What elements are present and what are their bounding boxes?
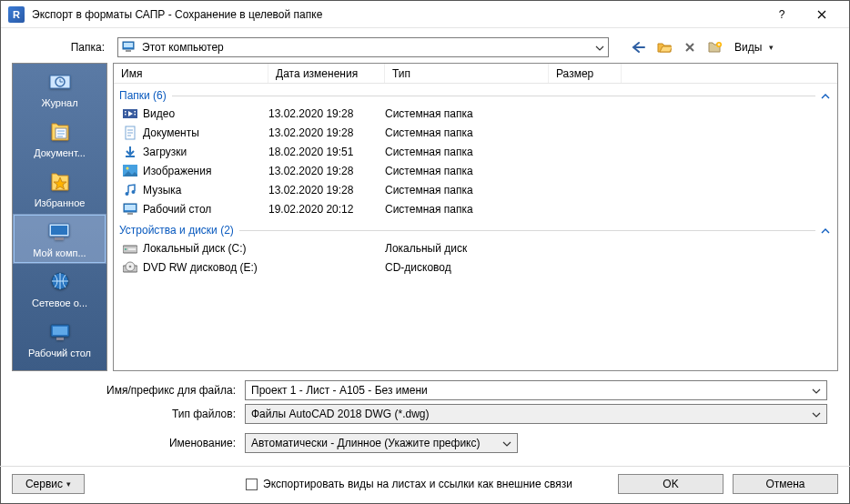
- places-item-label: Журнал: [15, 97, 105, 108]
- places-item-network[interactable]: Сетевое о...: [13, 264, 106, 314]
- drive-item[interactable]: DVD RW дисковод (E:) CD-дисковод: [119, 257, 832, 277]
- filetype-value: Файлы AutoCAD 2018 DWG (*.dwg): [251, 408, 430, 420]
- titlebar: R Экспорт в форматы САПР - Сохранение в …: [1, 1, 849, 28]
- dvd-icon: [123, 260, 137, 275]
- filetype-combo[interactable]: Файлы AutoCAD 2018 DWG (*.dwg): [245, 404, 827, 424]
- chevron-down-icon: [812, 408, 821, 420]
- delete-button[interactable]: [680, 37, 700, 57]
- places-item-label: Избранное: [15, 197, 105, 208]
- history-icon: [46, 69, 75, 95]
- drive-item[interactable]: Локальный диск (C:) Локальный диск: [119, 238, 832, 257]
- chevron-down-icon: ▾: [66, 479, 71, 489]
- views-label: Виды: [734, 41, 762, 54]
- help-button[interactable]: ?: [762, 2, 802, 27]
- places-item-label: Мой комп...: [15, 247, 105, 258]
- group-devices[interactable]: Устройства и диски (2): [119, 224, 832, 237]
- desktop-icon: [123, 202, 137, 217]
- col-name[interactable]: Имя: [114, 64, 268, 83]
- group-label: Папки (6): [119, 89, 167, 102]
- hdd-icon: [123, 241, 137, 256]
- svg-point-28: [125, 248, 126, 250]
- collapse-icon[interactable]: [821, 89, 830, 102]
- cancel-button[interactable]: Отмена: [733, 474, 838, 494]
- new-folder-button[interactable]: [705, 37, 725, 57]
- computer-icon: [46, 219, 75, 245]
- naming-combo[interactable]: Автоматически - Длинное (Укажите префикс…: [245, 433, 518, 453]
- places-item-my-computer[interactable]: Мой комп...: [13, 214, 106, 264]
- group-label: Устройства и диски (2): [119, 224, 234, 237]
- delete-icon: [684, 42, 695, 53]
- places-item-label: Документ...: [15, 147, 105, 158]
- views-dropdown[interactable]: Виды ▾: [731, 37, 777, 57]
- group-folders[interactable]: Папки (6): [119, 89, 832, 102]
- naming-value: Автоматически - Длинное (Укажите префикс…: [251, 437, 481, 449]
- svg-point-23: [132, 190, 136, 194]
- svg-rect-2: [126, 50, 131, 52]
- up-folder-button[interactable]: [654, 37, 674, 57]
- image-icon: [123, 164, 137, 178]
- places-sidebar: Журнал Документ... Избранное Мой комп...…: [12, 63, 107, 371]
- svg-rect-18: [135, 114, 137, 116]
- filename-value: Проект 1 - Лист - А105 - Без имени: [251, 384, 428, 397]
- network-icon: [46, 269, 75, 295]
- export-links-label: Экспортировать виды на листах и ссылки к…: [263, 478, 572, 490]
- col-date[interactable]: Дата изменения: [268, 64, 385, 83]
- music-icon: [123, 183, 137, 197]
- filename-combo[interactable]: Проект 1 - Лист - А105 - Без имени: [245, 380, 827, 400]
- svg-rect-9: [55, 237, 64, 240]
- close-icon: [817, 10, 826, 19]
- service-button[interactable]: Сервис▾: [12, 474, 85, 494]
- ok-button[interactable]: OK: [618, 474, 724, 494]
- checkbox-icon: [246, 479, 258, 490]
- svg-rect-16: [125, 114, 126, 116]
- svg-rect-17: [135, 111, 137, 113]
- col-type[interactable]: Тип: [385, 64, 549, 83]
- back-arrow-icon: [632, 41, 646, 54]
- export-links-checkbox[interactable]: Экспортировать виды на листах и ссылки к…: [246, 478, 572, 490]
- chevron-down-icon: [812, 384, 821, 397]
- filetype-label: Тип файлов:: [12, 408, 245, 420]
- document-icon: [123, 126, 137, 140]
- app-icon: R: [8, 6, 25, 23]
- svg-point-22: [126, 192, 129, 196]
- svg-rect-29: [128, 248, 136, 250]
- svg-rect-13: [56, 338, 64, 340]
- col-size[interactable]: Размер: [549, 64, 622, 83]
- folder-item[interactable]: Загрузки 18.02.2020 19:51 Системная папк…: [119, 142, 832, 161]
- folder-item[interactable]: Рабочий стол 19.02.2020 20:12 Системная …: [119, 199, 832, 218]
- documents-icon: [46, 119, 75, 145]
- folder-item[interactable]: Изображения 13.02.2020 19:28 Системная п…: [119, 161, 832, 180]
- svg-rect-1: [124, 43, 133, 47]
- collapse-icon[interactable]: [821, 224, 830, 237]
- file-list: Имя Дата изменения Тип Размер Папки (6) …: [113, 63, 838, 371]
- places-item-history[interactable]: Журнал: [13, 64, 106, 114]
- new-folder-icon: [708, 41, 723, 54]
- places-item-documents[interactable]: Документ...: [13, 114, 106, 164]
- folder-item[interactable]: Музыка 13.02.2020 19:28 Системная папка: [119, 180, 832, 199]
- chevron-down-icon: [595, 41, 604, 54]
- close-button[interactable]: [802, 2, 842, 27]
- svg-point-21: [126, 167, 129, 170]
- back-button[interactable]: [629, 37, 649, 57]
- favorites-icon: [46, 169, 75, 195]
- naming-label: Именование:: [12, 437, 245, 449]
- folder-item[interactable]: Видео 13.02.2020 19:28 Системная папка: [119, 104, 832, 123]
- window-title: Экспорт в форматы САПР - Сохранение в це…: [32, 8, 762, 21]
- folder-combo-value: Этот компьютер: [142, 41, 224, 54]
- places-item-label: Рабочий стол: [15, 348, 105, 358]
- places-item-label: Сетевое о...: [15, 297, 105, 308]
- chevron-down-icon: ▾: [769, 43, 774, 52]
- download-icon: [123, 145, 137, 159]
- places-item-desktop[interactable]: Рабочий стол: [13, 314, 106, 364]
- chevron-down-icon: [502, 437, 511, 449]
- column-headers: Имя Дата изменения Тип Размер: [114, 64, 837, 84]
- desktop-icon: [46, 319, 75, 345]
- places-item-favorites[interactable]: Избранное: [13, 164, 106, 214]
- folder-combo[interactable]: Этот компьютер: [117, 37, 609, 57]
- svg-rect-8: [51, 226, 67, 235]
- svg-rect-25: [125, 205, 136, 210]
- folder-item[interactable]: Документы 13.02.2020 19:28 Системная пап…: [119, 123, 832, 142]
- svg-rect-26: [127, 213, 133, 215]
- svg-rect-15: [125, 111, 126, 113]
- video-icon: [123, 106, 137, 121]
